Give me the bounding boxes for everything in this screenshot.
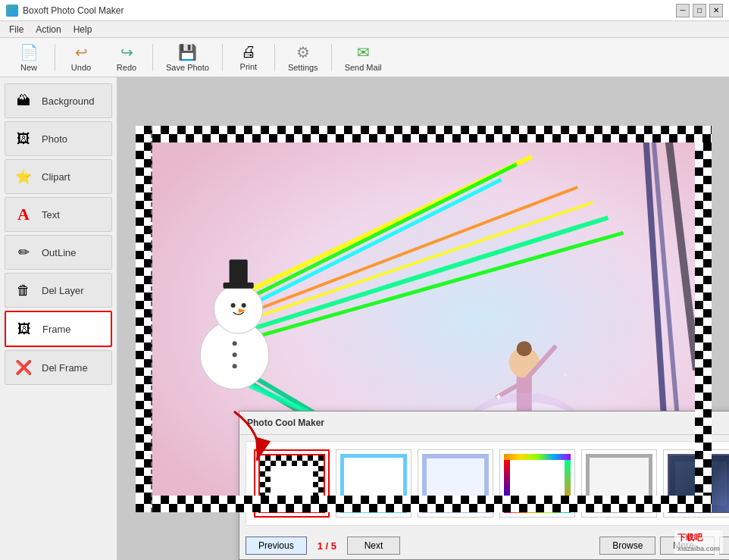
svg-text:✧: ✧ <box>562 371 568 379</box>
menu-file[interactable]: File <box>3 23 30 36</box>
sidebar-photo[interactable]: 🖼 Photo <box>5 121 112 156</box>
sidebar: 🏔 Background 🖼 Photo ⭐ Clipart A Text ✏ … <box>0 77 117 560</box>
new-label: New <box>20 63 37 72</box>
sidebar-text[interactable]: A Text <box>5 197 112 232</box>
clipart-label: Clipart <box>42 171 70 183</box>
sidebar-dellayer[interactable]: 🗑 Del Layer <box>5 273 112 308</box>
sidebar-clipart[interactable]: ⭐ Clipart <box>5 159 112 194</box>
dellayer-label: Del Layer <box>42 285 84 296</box>
save-icon: 💾 <box>178 43 197 61</box>
save-button[interactable]: 💾 Save Photo <box>156 40 219 75</box>
background-icon: 🏔 <box>11 89 36 113</box>
outline-label: OutLine <box>42 247 77 258</box>
settings-label: Settings <box>288 63 318 72</box>
text-label: Text <box>42 209 60 221</box>
svg-point-25 <box>232 364 236 368</box>
settings-icon: ⚙ <box>296 43 310 61</box>
photo-icon: 🖼 <box>11 127 36 151</box>
redo-button[interactable]: ↪ Redo <box>104 40 149 75</box>
sidebar-delframe[interactable]: ❌ Del Frame <box>5 350 112 385</box>
svg-rect-19 <box>229 259 247 283</box>
svg-point-24 <box>232 352 236 357</box>
sidebar-background[interactable]: 🏔 Background <box>5 83 112 118</box>
settings-button[interactable]: ⚙ Settings <box>278 40 328 75</box>
print-button[interactable]: 🖨 Print <box>226 40 271 75</box>
clipart-icon: ⭐ <box>11 164 36 189</box>
svg-point-21 <box>241 302 246 307</box>
undo-button[interactable]: ↩ Undo <box>58 40 104 75</box>
menu-help[interactable]: Help <box>67 23 99 36</box>
redo-label: Redo <box>117 63 136 72</box>
sep5 <box>331 44 332 71</box>
menu-action[interactable]: Action <box>30 23 67 36</box>
dialog-navigation: Previous 1 / 5 Next Browse More... Ok <box>239 532 729 559</box>
background-label: Background <box>42 95 94 107</box>
delframe-label: Del Frame <box>42 362 88 374</box>
menu-bar: File Action Help <box>0 21 729 38</box>
text-icon: A <box>11 202 36 227</box>
next-button[interactable]: Next <box>347 537 400 555</box>
close-button[interactable]: ✕ <box>709 4 723 17</box>
frame-item-gray[interactable] <box>581 449 657 518</box>
frame-picker: 🌸 <box>246 441 729 526</box>
print-icon: 🖨 <box>241 43 256 61</box>
toolbar: 📄 New ↩ Undo ↪ Redo 💾 Save Photo 🖨 Print… <box>0 38 729 77</box>
sep1 <box>55 44 55 71</box>
new-button[interactable]: 📄 New <box>6 40 52 75</box>
window-title: Boxoft Photo Cool Maker <box>23 5 676 16</box>
frame-label: Frame <box>42 324 71 335</box>
watermark: 下载吧 xiazaiba.com <box>674 530 723 554</box>
main-area: 🏔 Background 🖼 Photo ⭐ Clipart A Text ✏ … <box>0 77 729 560</box>
delframe-icon: ❌ <box>11 355 36 380</box>
undo-label: Undo <box>71 63 91 72</box>
sendmail-icon: ✉ <box>357 43 370 61</box>
canvas-area: ✦ ✧ ✦ <box>117 77 729 560</box>
window-controls: ─ □ ✕ <box>676 4 723 17</box>
sep2 <box>152 44 153 71</box>
frame-item-dark[interactable] <box>663 449 729 518</box>
frame-icon: 🖼 <box>12 317 36 341</box>
frame-item-colorful[interactable]: 🌸 <box>499 449 575 518</box>
svg-point-20 <box>230 302 235 307</box>
sendmail-label: Send Mail <box>345 63 382 72</box>
minimize-button[interactable]: ─ <box>676 4 690 17</box>
dashed-guide-line <box>151 126 152 512</box>
browse-button[interactable]: Browse <box>599 537 655 555</box>
dellayer-icon: 🗑 <box>11 278 36 302</box>
sidebar-outline[interactable]: ✏ OutLine <box>5 235 112 270</box>
page-indicator: 1 / 5 <box>311 540 343 552</box>
arrow-overlay <box>227 404 272 467</box>
redo-icon: ↪ <box>120 43 133 61</box>
outline-icon: ✏ <box>11 240 36 264</box>
dialog-title-bar: Photo Cool Maker ✕ <box>239 411 729 435</box>
maximize-button[interactable]: □ <box>693 4 706 17</box>
sep3 <box>222 44 223 71</box>
new-icon: 📄 <box>20 43 39 61</box>
app-icon <box>6 5 18 17</box>
svg-point-23 <box>232 341 236 346</box>
svg-text:✦: ✦ <box>493 390 502 402</box>
photo-label: Photo <box>42 133 67 145</box>
title-bar: Boxoft Photo Cool Maker ─ □ ✕ <box>0 0 729 21</box>
sidebar-frame[interactable]: 🖼 Frame <box>5 311 112 347</box>
svg-point-30 <box>516 341 531 356</box>
sendmail-button[interactable]: ✉ Send Mail <box>335 40 392 75</box>
sep4 <box>274 44 275 71</box>
print-label: Print <box>240 62 258 71</box>
frame-dialog: Photo Cool Maker ✕ <box>239 411 729 560</box>
previous-button[interactable]: Previous <box>246 537 307 555</box>
undo-icon: ↩ <box>75 43 88 61</box>
frame-item-blue[interactable] <box>336 449 411 518</box>
frame-item-light[interactable] <box>418 449 493 518</box>
save-label: Save Photo <box>166 63 209 72</box>
